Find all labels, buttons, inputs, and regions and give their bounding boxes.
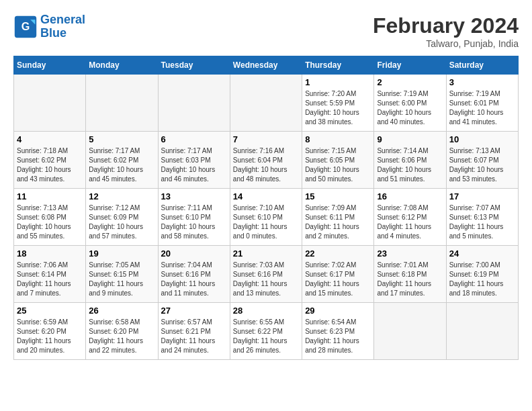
calendar-cell: 29Sunrise: 6:54 AM Sunset: 6:23 PM Dayli… (302, 303, 374, 360)
day-info: Sunrise: 7:10 AM Sunset: 6:10 PM Dayligh… (233, 203, 299, 241)
day-info: Sunrise: 7:19 AM Sunset: 6:00 PM Dayligh… (377, 89, 443, 127)
day-number: 3 (449, 77, 515, 87)
day-info: Sunrise: 7:04 AM Sunset: 6:16 PM Dayligh… (161, 261, 227, 298)
calendar-cell: 27Sunrise: 6:57 AM Sunset: 6:21 PM Dayli… (158, 303, 230, 360)
calendar-cell: 12Sunrise: 7:12 AM Sunset: 6:09 PM Dayli… (86, 189, 158, 246)
calendar-cell: 21Sunrise: 7:03 AM Sunset: 6:16 PM Dayli… (230, 246, 302, 303)
day-info: Sunrise: 7:12 AM Sunset: 6:09 PM Dayligh… (89, 203, 154, 241)
day-number: 6 (161, 134, 227, 144)
day-number: 10 (449, 134, 515, 144)
calendar-cell: 18Sunrise: 7:06 AM Sunset: 6:14 PM Dayli… (14, 246, 86, 303)
day-info: Sunrise: 7:17 AM Sunset: 6:02 PM Dayligh… (89, 146, 154, 184)
day-number: 22 (305, 248, 371, 259)
day-number: 27 (161, 306, 227, 316)
day-number: 8 (305, 134, 371, 144)
calendar-cell: 26Sunrise: 6:58 AM Sunset: 6:20 PM Dayli… (86, 303, 158, 360)
calendar-cell: 4Sunrise: 7:18 AM Sunset: 6:02 PM Daylig… (14, 132, 86, 189)
day-number: 15 (305, 191, 371, 201)
day-info: Sunrise: 7:14 AM Sunset: 6:06 PM Dayligh… (377, 146, 443, 184)
calendar-cell (230, 75, 302, 132)
logo: G General Blue (13, 13, 85, 40)
day-info: Sunrise: 7:19 AM Sunset: 6:01 PM Dayligh… (449, 89, 515, 127)
day-number: 25 (17, 306, 83, 316)
calendar-cell: 8Sunrise: 7:15 AM Sunset: 6:05 PM Daylig… (302, 132, 374, 189)
day-number: 23 (377, 248, 443, 259)
day-info: Sunrise: 7:16 AM Sunset: 6:04 PM Dayligh… (233, 146, 299, 184)
day-info: Sunrise: 7:09 AM Sunset: 6:11 PM Dayligh… (305, 203, 371, 241)
calendar-cell: 9Sunrise: 7:14 AM Sunset: 6:06 PM Daylig… (374, 132, 446, 189)
day-info: Sunrise: 7:13 AM Sunset: 6:07 PM Dayligh… (449, 146, 515, 184)
calendar-cell (446, 303, 518, 360)
day-number: 19 (89, 248, 154, 259)
day-number: 4 (17, 134, 83, 144)
logo-line2: Blue (40, 26, 66, 40)
header-day-tuesday: Tuesday (158, 56, 230, 75)
day-info: Sunrise: 7:07 AM Sunset: 6:13 PM Dayligh… (449, 203, 515, 241)
day-number: 29 (305, 306, 371, 316)
day-info: Sunrise: 6:54 AM Sunset: 6:23 PM Dayligh… (305, 318, 371, 355)
calendar-cell: 7Sunrise: 7:16 AM Sunset: 6:04 PM Daylig… (230, 132, 302, 189)
calendar-cell: 17Sunrise: 7:07 AM Sunset: 6:13 PM Dayli… (446, 189, 518, 246)
title-area: February 2024 Talwaro, Punjab, India (373, 13, 519, 49)
month-title: February 2024 (373, 13, 519, 38)
day-number: 11 (17, 191, 83, 201)
day-number: 2 (377, 77, 443, 87)
calendar-week-2: 4Sunrise: 7:18 AM Sunset: 6:02 PM Daylig… (14, 132, 519, 189)
day-number: 24 (449, 248, 515, 259)
calendar-cell: 22Sunrise: 7:02 AM Sunset: 6:17 PM Dayli… (302, 246, 374, 303)
day-info: Sunrise: 6:59 AM Sunset: 6:20 PM Dayligh… (17, 318, 83, 355)
day-info: Sunrise: 7:00 AM Sunset: 6:19 PM Dayligh… (449, 261, 515, 298)
calendar-cell: 25Sunrise: 6:59 AM Sunset: 6:20 PM Dayli… (14, 303, 86, 360)
calendar-header-row: SundayMondayTuesdayWednesdayThursdayFrid… (14, 56, 519, 75)
day-info: Sunrise: 7:01 AM Sunset: 6:18 PM Dayligh… (377, 261, 443, 298)
location: Talwaro, Punjab, India (373, 38, 519, 49)
day-info: Sunrise: 7:06 AM Sunset: 6:14 PM Dayligh… (17, 261, 83, 298)
day-number: 26 (89, 306, 154, 316)
calendar-cell: 2Sunrise: 7:19 AM Sunset: 6:00 PM Daylig… (374, 75, 446, 132)
day-number: 17 (449, 191, 515, 201)
logo-icon: G (13, 15, 38, 39)
calendar-cell: 3Sunrise: 7:19 AM Sunset: 6:01 PM Daylig… (446, 75, 518, 132)
calendar-cell: 5Sunrise: 7:17 AM Sunset: 6:02 PM Daylig… (86, 132, 158, 189)
calendar-cell: 1Sunrise: 7:20 AM Sunset: 5:59 PM Daylig… (302, 75, 374, 132)
calendar-cell (158, 75, 230, 132)
day-info: Sunrise: 7:20 AM Sunset: 5:59 PM Dayligh… (305, 89, 371, 127)
calendar-week-5: 25Sunrise: 6:59 AM Sunset: 6:20 PM Dayli… (14, 303, 519, 360)
header-day-wednesday: Wednesday (230, 56, 302, 75)
calendar-week-1: 1Sunrise: 7:20 AM Sunset: 5:59 PM Daylig… (14, 75, 519, 132)
header: G General Blue February 2024 Talwaro, Pu… (13, 13, 519, 49)
day-number: 28 (233, 306, 299, 316)
svg-text:G: G (21, 20, 30, 32)
calendar-week-4: 18Sunrise: 7:06 AM Sunset: 6:14 PM Dayli… (14, 246, 519, 303)
calendar-cell: 15Sunrise: 7:09 AM Sunset: 6:11 PM Dayli… (302, 189, 374, 246)
calendar-cell: 11Sunrise: 7:13 AM Sunset: 6:08 PM Dayli… (14, 189, 86, 246)
header-day-monday: Monday (86, 56, 158, 75)
day-number: 16 (377, 191, 443, 201)
day-info: Sunrise: 7:05 AM Sunset: 6:15 PM Dayligh… (89, 261, 154, 298)
calendar-cell (86, 75, 158, 132)
day-info: Sunrise: 7:03 AM Sunset: 6:16 PM Dayligh… (233, 261, 299, 298)
day-number: 1 (305, 77, 371, 87)
calendar-cell: 20Sunrise: 7:04 AM Sunset: 6:16 PM Dayli… (158, 246, 230, 303)
day-info: Sunrise: 6:57 AM Sunset: 6:21 PM Dayligh… (161, 318, 227, 355)
header-day-thursday: Thursday (302, 56, 374, 75)
day-info: Sunrise: 6:55 AM Sunset: 6:22 PM Dayligh… (233, 318, 299, 355)
day-info: Sunrise: 7:11 AM Sunset: 6:10 PM Dayligh… (161, 203, 227, 241)
day-number: 20 (161, 248, 227, 259)
day-number: 5 (89, 134, 154, 144)
day-info: Sunrise: 7:08 AM Sunset: 6:12 PM Dayligh… (377, 203, 443, 241)
day-number: 13 (161, 191, 227, 201)
logo-text: General Blue (40, 13, 85, 40)
calendar-week-3: 11Sunrise: 7:13 AM Sunset: 6:08 PM Dayli… (14, 189, 519, 246)
calendar-cell: 24Sunrise: 7:00 AM Sunset: 6:19 PM Dayli… (446, 246, 518, 303)
calendar-cell: 13Sunrise: 7:11 AM Sunset: 6:10 PM Dayli… (158, 189, 230, 246)
day-number: 14 (233, 191, 299, 201)
calendar-cell: 6Sunrise: 7:17 AM Sunset: 6:03 PM Daylig… (158, 132, 230, 189)
header-day-saturday: Saturday (446, 56, 518, 75)
day-info: Sunrise: 6:58 AM Sunset: 6:20 PM Dayligh… (89, 318, 154, 355)
calendar-cell: 28Sunrise: 6:55 AM Sunset: 6:22 PM Dayli… (230, 303, 302, 360)
day-info: Sunrise: 7:02 AM Sunset: 6:17 PM Dayligh… (305, 261, 371, 298)
calendar-cell: 23Sunrise: 7:01 AM Sunset: 6:18 PM Dayli… (374, 246, 446, 303)
calendar-cell (374, 303, 446, 360)
day-number: 9 (377, 134, 443, 144)
